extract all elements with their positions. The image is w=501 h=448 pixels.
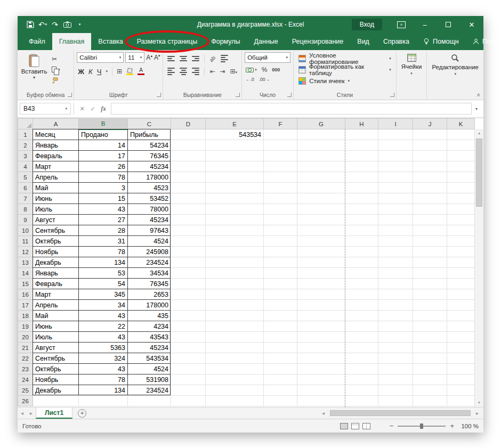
italic-button[interactable]: К xyxy=(88,68,93,76)
ribbon-display-options-button[interactable]: ˄ xyxy=(390,16,413,33)
font-color-button[interactable]: А xyxy=(138,68,144,75)
cell-F12[interactable] xyxy=(264,247,297,257)
cell-J8[interactable] xyxy=(413,204,447,215)
cell-H20[interactable] xyxy=(345,332,378,343)
tab-data[interactable]: Данные xyxy=(247,33,285,50)
cell-I21[interactable] xyxy=(378,343,413,353)
cell-H26[interactable] xyxy=(345,396,378,406)
cell-E2[interactable] xyxy=(206,140,264,151)
row-header-26[interactable]: 26 xyxy=(18,396,33,406)
cell-H22[interactable] xyxy=(345,353,378,364)
cell-G24[interactable] xyxy=(297,374,345,385)
decrease-decimal-button[interactable]: .00→ xyxy=(259,77,270,82)
row-header-12[interactable]: 12 xyxy=(18,247,33,257)
cell-J7[interactable] xyxy=(413,193,447,204)
cell-J9[interactable] xyxy=(413,215,447,225)
scroll-up-icon[interactable]: ▴ xyxy=(478,131,480,135)
tab-review[interactable]: Рецензирование xyxy=(285,33,351,50)
row-header-16[interactable]: 16 xyxy=(18,289,33,300)
cell-C25[interactable]: 234524 xyxy=(128,385,171,396)
merge-center-button[interactable]: ⊞▾ xyxy=(230,68,238,75)
cell-I9[interactable] xyxy=(378,215,413,225)
cell-F8[interactable] xyxy=(264,204,297,215)
cell-B9[interactable]: 27 xyxy=(79,215,128,225)
cell-A6[interactable]: Май xyxy=(33,183,79,193)
expand-formula-bar-button[interactable]: ▾ xyxy=(472,107,481,111)
cell-I7[interactable] xyxy=(378,193,413,204)
cell-K12[interactable] xyxy=(447,247,475,257)
cell-A19[interactable]: Июнь xyxy=(33,321,79,332)
cell-A11[interactable]: Октябрь xyxy=(33,236,79,247)
cell-J18[interactable] xyxy=(413,311,447,321)
cell-G21[interactable] xyxy=(297,343,345,353)
cell-K26[interactable] xyxy=(447,396,475,406)
column-header-I[interactable]: I xyxy=(378,119,413,129)
vertical-scrollbar[interactable]: ▴ ▾ xyxy=(474,129,483,407)
cell-A18[interactable]: Май xyxy=(33,311,79,321)
cell-E16[interactable] xyxy=(206,289,264,300)
cell-I6[interactable] xyxy=(378,183,413,193)
cell-F5[interactable] xyxy=(264,172,297,183)
cell-J13[interactable] xyxy=(413,257,447,268)
cell-B1[interactable]: Продано xyxy=(79,129,128,140)
enter-entry-button[interactable]: ✓ xyxy=(87,105,98,112)
cell-A9[interactable]: Август xyxy=(33,215,79,225)
row-header-19[interactable]: 19 xyxy=(18,321,33,332)
cell-D6[interactable] xyxy=(171,183,206,193)
cell-B11[interactable]: 31 xyxy=(79,236,128,247)
cell-H5[interactable] xyxy=(345,172,378,183)
cell-B4[interactable]: 26 xyxy=(79,161,128,172)
cell-G4[interactable] xyxy=(297,161,345,172)
decrease-font-button[interactable]: А▾ xyxy=(154,54,160,61)
cell-D2[interactable] xyxy=(171,140,206,151)
add-sheet-button[interactable]: + xyxy=(78,409,86,418)
cell-G12[interactable] xyxy=(297,247,345,257)
page-layout-view-button[interactable] xyxy=(351,423,359,429)
row-header-23[interactable]: 23 xyxy=(18,364,33,374)
cell-C19[interactable]: 4234 xyxy=(128,321,171,332)
cell-A25[interactable]: Декабрь xyxy=(33,385,79,396)
cell-J24[interactable] xyxy=(413,374,447,385)
row-header-8[interactable]: 8 xyxy=(18,204,33,215)
number-dialog-launcher[interactable] xyxy=(287,93,292,97)
cell-H16[interactable] xyxy=(345,289,378,300)
cell-C18[interactable]: 435 xyxy=(128,311,171,321)
cell-F26[interactable] xyxy=(264,396,297,406)
cell-H23[interactable] xyxy=(345,364,378,374)
cell-D23[interactable] xyxy=(171,364,206,374)
cell-D1[interactable] xyxy=(171,129,206,140)
cell-A5[interactable]: Апрель xyxy=(33,172,79,183)
cell-K6[interactable] xyxy=(447,183,475,193)
cell-K9[interactable] xyxy=(447,215,475,225)
cell-B16[interactable]: 345 xyxy=(79,289,128,300)
cell-B18[interactable]: 43 xyxy=(79,311,128,321)
cell-I19[interactable] xyxy=(378,321,413,332)
cell-K14[interactable] xyxy=(447,268,475,279)
cell-J10[interactable] xyxy=(413,225,447,236)
zoom-in-button[interactable]: + xyxy=(450,422,454,430)
cell-I8[interactable] xyxy=(378,204,413,215)
cell-B12[interactable]: 78 xyxy=(79,247,128,257)
cell-H10[interactable] xyxy=(345,225,378,236)
cell-K1[interactable] xyxy=(447,129,475,140)
conditional-formatting-button[interactable]: Условное форматирование ▾ xyxy=(296,53,393,64)
cell-A16[interactable]: Март xyxy=(33,289,79,300)
cell-C23[interactable]: 4524 xyxy=(128,364,171,374)
row-header-13[interactable]: 13 xyxy=(18,257,33,268)
cell-J17[interactable] xyxy=(413,300,447,311)
cell-E13[interactable] xyxy=(206,257,264,268)
cell-I10[interactable] xyxy=(378,225,413,236)
cell-G8[interactable] xyxy=(297,204,345,215)
cell-B21[interactable]: 5363 xyxy=(79,343,128,353)
row-header-5[interactable]: 5 xyxy=(18,172,33,183)
tab-home[interactable]: Главная xyxy=(52,33,92,50)
cell-C5[interactable]: 178000 xyxy=(128,172,171,183)
cell-K22[interactable] xyxy=(447,353,475,364)
cell-D12[interactable] xyxy=(171,247,206,257)
cell-C14[interactable]: 34534 xyxy=(128,268,171,279)
cell-C21[interactable]: 45234 xyxy=(128,343,171,353)
cell-H25[interactable] xyxy=(345,385,378,396)
cell-E14[interactable] xyxy=(206,268,264,279)
insert-function-button[interactable]: fx xyxy=(98,104,109,113)
percent-style-button[interactable]: % xyxy=(262,66,268,74)
